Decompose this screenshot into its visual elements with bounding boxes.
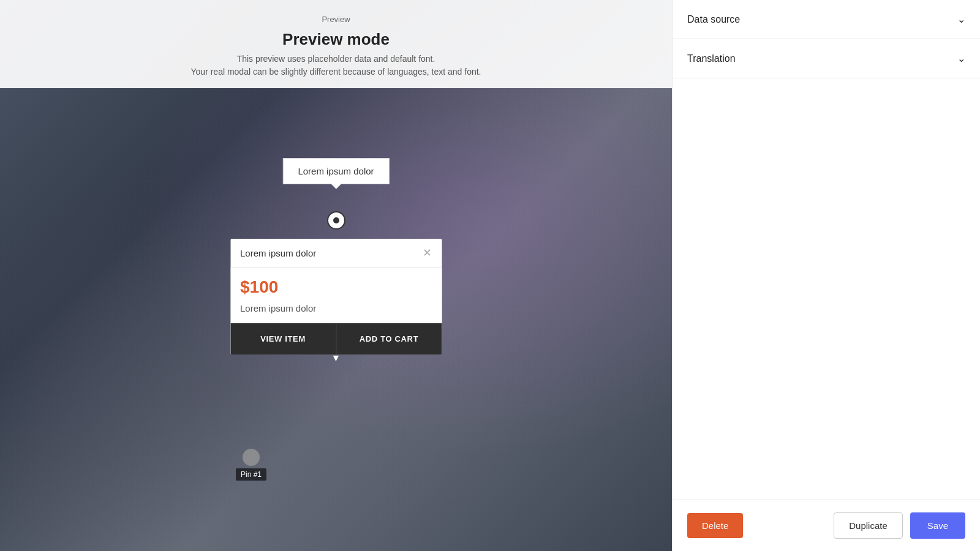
translation-label: Translation — [687, 53, 736, 64]
right-panel: Data source ⌄ Translation ⌄ Delete Dupli… — [672, 0, 980, 551]
translation-section: Translation ⌄ — [673, 39, 980, 78]
pin-label: Pin #1 — [236, 468, 266, 481]
data-source-label: Data source — [687, 14, 740, 25]
preview-subtitle-2: Your real modal can be slightly differen… — [12, 66, 660, 78]
tooltip-bubble: Lorem ipsum dolor — [282, 158, 389, 184]
data-source-header[interactable]: Data source ⌄ — [673, 0, 980, 39]
panel-footer: Delete Duplicate Save — [673, 500, 980, 551]
data-source-chevron-icon: ⌄ — [957, 13, 965, 25]
save-button[interactable]: Save — [910, 512, 965, 539]
add-to-cart-button[interactable]: ADD TO CART — [336, 323, 442, 354]
tooltip-text: Lorem ipsum dolor — [298, 166, 374, 176]
modal-header: Lorem ipsum dolor ✕ — [230, 239, 442, 268]
pin-dot-inner — [333, 217, 339, 223]
modal-description: Lorem ipsum dolor — [240, 303, 432, 313]
pin-circle — [243, 449, 260, 466]
modal-footer: VIEW ITEM ADD TO CART — [230, 323, 442, 354]
preview-area: Preview Preview mode This preview uses p… — [0, 0, 672, 551]
translation-header[interactable]: Translation ⌄ — [673, 39, 980, 78]
preview-subtitle-1: This preview uses placeholder data and d… — [12, 53, 660, 66]
pin-marker: Pin #1 — [236, 449, 266, 481]
pin-dot — [327, 211, 345, 230]
product-modal: Lorem ipsum dolor ✕ $100 Lorem ipsum dol… — [230, 239, 442, 354]
view-item-button[interactable]: VIEW ITEM — [230, 323, 336, 354]
preview-title: Preview mode — [12, 30, 660, 49]
data-source-section: Data source ⌄ — [673, 0, 980, 39]
modal-close-button[interactable]: ✕ — [423, 247, 432, 258]
modal-price: $100 — [240, 277, 432, 297]
delete-button[interactable]: Delete — [687, 513, 743, 538]
preview-tab-label: Preview — [12, 9, 660, 30]
duplicate-button[interactable]: Duplicate — [834, 512, 903, 539]
footer-right-actions: Duplicate Save — [834, 512, 965, 539]
modal-chevron-icon: ▼ — [331, 353, 341, 364]
translation-chevron-icon: ⌄ — [957, 53, 965, 64]
modal-title: Lorem ipsum dolor — [240, 248, 316, 258]
modal-body: $100 Lorem ipsum dolor — [230, 268, 442, 323]
preview-bar: Preview Preview mode This preview uses p… — [0, 0, 672, 88]
